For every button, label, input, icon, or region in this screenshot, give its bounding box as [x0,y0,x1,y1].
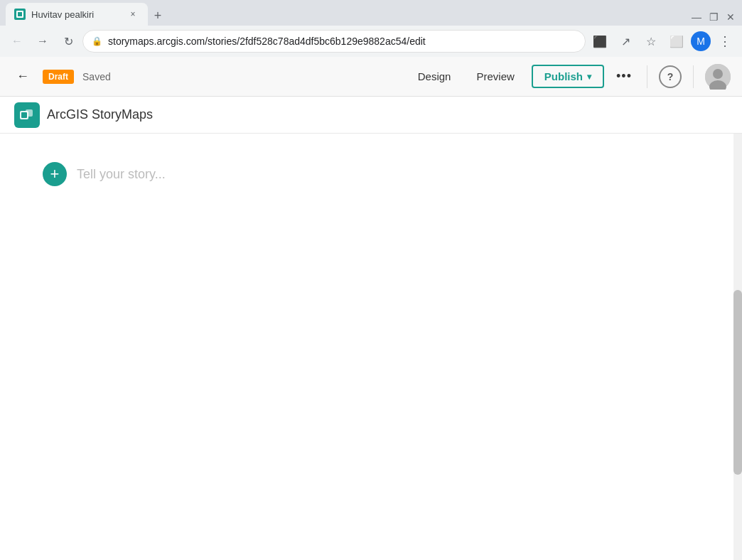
brand-logo [14,102,40,128]
close-window-button[interactable]: ✕ [725,11,736,23]
saved-status: Saved [82,71,111,82]
story-placeholder: Tell your story... [77,167,166,182]
scrollbar-track[interactable] [733,134,742,560]
add-block-row: + Tell your story... [43,162,166,186]
svg-point-1 [713,69,723,79]
new-tab-button[interactable]: + [148,6,168,26]
tab-close-button[interactable]: × [127,8,139,21]
back-button[interactable]: ← [6,30,28,53]
toolbar-separator-2 [693,65,694,88]
lock-icon: 🔒 [92,36,102,46]
app-area: ← Draft Saved Design Preview Publish ▾ •… [0,57,742,560]
cast-button[interactable]: ⬛ [588,30,611,53]
window-button[interactable]: ⬜ [665,30,688,53]
url-text: storymaps.arcgis.com/stories/2fdf528c78a… [108,36,576,47]
tab-bar: Huvitav pealkiri × + — ❐ ✕ [0,0,742,26]
address-bar-row: ← → ↻ 🔒 storymaps.arcgis.com/stories/2fd… [0,26,742,57]
tab-title: Huvitav pealkiri [31,9,121,20]
story-content-area[interactable]: + Tell your story... [0,134,742,560]
help-button[interactable]: ? [659,65,682,88]
publish-label: Publish [544,70,583,82]
plus-icon: + [50,166,60,182]
publish-chevron-icon: ▾ [587,72,591,82]
brand-name: ArcGIS StoryMaps [47,107,153,122]
back-to-stories-button[interactable]: ← [11,65,34,88]
design-button[interactable]: Design [409,66,460,87]
more-options-button[interactable]: ••• [613,65,635,88]
toolbar-separator [647,65,647,88]
scrollbar-thumb[interactable] [733,290,742,475]
publish-button[interactable]: Publish ▾ [532,65,604,88]
minimize-button[interactable]: — [691,11,702,23]
app-toolbar: ← Draft Saved Design Preview Publish ▾ •… [0,57,742,97]
reload-button[interactable]: ↻ [57,30,80,53]
draft-badge: Draft [43,70,74,84]
user-avatar-icon [705,64,731,90]
add-content-button[interactable]: + [43,162,67,186]
share-button[interactable]: ↗ [614,30,637,53]
restore-button[interactable]: ❐ [708,11,719,23]
svg-rect-5 [21,112,27,118]
browser-chrome: Huvitav pealkiri × + — ❐ ✕ ← → ↻ 🔒 story… [0,0,742,57]
chrome-menu-button[interactable]: ⋮ [714,30,736,53]
active-tab[interactable]: Huvitav pealkiri × [6,3,148,26]
address-bar[interactable]: 🔒 storymaps.arcgis.com/stories/2fdf528c7… [82,30,586,53]
tab-favicon [14,9,26,20]
chrome-profile[interactable]: M [691,31,711,51]
forward-button[interactable]: → [31,30,54,53]
brand-bar: ArcGIS StoryMaps [0,97,742,134]
user-avatar[interactable] [705,64,731,90]
preview-button[interactable]: Preview [468,66,522,87]
browser-actions: ⬛ ↗ ☆ ⬜ M ⋮ [588,30,736,53]
brand-logo-icon [18,107,36,124]
bookmark-button[interactable]: ☆ [640,30,662,53]
